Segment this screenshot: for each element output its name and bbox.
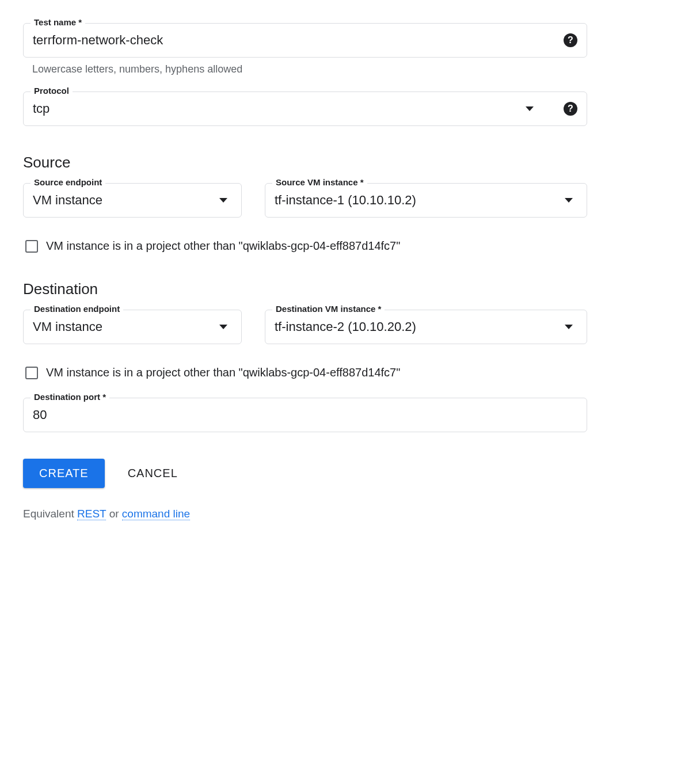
test-name-label: Test name * — [31, 17, 85, 27]
destination-port-field[interactable]: Destination port * — [23, 398, 587, 432]
destination-other-project-label: VM instance is in a project other than "… — [46, 366, 400, 379]
destination-vm-wrap: Destination VM instance * tf-instance-2 … — [265, 310, 587, 344]
protocol-label: Protocol — [31, 86, 73, 96]
help-icon[interactable]: ? — [564, 33, 577, 47]
source-endpoint-wrap: Source endpoint VM instance — [23, 183, 242, 218]
source-vm-wrap: Source VM instance * tf-instance-1 (10.1… — [265, 183, 587, 218]
protocol-field-wrap: Protocol tcp ? — [23, 92, 587, 126]
source-row: Source endpoint VM instance Source VM in… — [23, 183, 587, 218]
destination-endpoint-value: VM instance — [33, 319, 219, 334]
destination-endpoint-select[interactable]: Destination endpoint VM instance — [23, 310, 242, 344]
destination-port-wrap: Destination port * — [23, 398, 587, 432]
source-endpoint-value: VM instance — [33, 193, 219, 208]
source-vm-select[interactable]: Source VM instance * tf-instance-1 (10.1… — [265, 183, 587, 218]
source-vm-label: Source VM instance * — [272, 177, 367, 187]
destination-endpoint-wrap: Destination endpoint VM instance — [23, 310, 242, 344]
equivalent-prefix: Equivalent — [23, 508, 77, 520]
source-endpoint-select[interactable]: Source endpoint VM instance — [23, 183, 242, 218]
test-name-input[interactable] — [33, 33, 554, 48]
source-vm-value: tf-instance-1 (10.10.10.2) — [275, 193, 565, 208]
source-heading: Source — [23, 154, 587, 172]
destination-other-project-checkbox[interactable] — [25, 367, 38, 379]
rest-link[interactable]: REST — [77, 508, 106, 520]
actions-row: CREATE CANCEL — [23, 459, 587, 488]
source-other-project-label: VM instance is in a project other than "… — [46, 239, 400, 253]
chevron-down-icon — [219, 325, 227, 329]
destination-port-label: Destination port * — [31, 392, 109, 402]
connectivity-test-form: Test name * ? Lowercase letters, numbers… — [23, 23, 587, 520]
cancel-button[interactable]: CANCEL — [128, 467, 178, 480]
test-name-field[interactable]: Test name * ? — [23, 23, 587, 58]
chevron-down-icon — [565, 198, 573, 203]
destination-vm-select[interactable]: Destination VM instance * tf-instance-2 … — [265, 310, 587, 344]
destination-heading: Destination — [23, 280, 587, 298]
protocol-value: tcp — [33, 101, 526, 116]
destination-port-input[interactable] — [33, 407, 577, 422]
destination-vm-label: Destination VM instance * — [272, 304, 385, 314]
protocol-select[interactable]: Protocol tcp ? — [23, 92, 587, 126]
chevron-down-icon — [219, 198, 227, 203]
chevron-down-icon — [526, 106, 534, 111]
source-endpoint-label: Source endpoint — [31, 177, 105, 187]
source-other-project-checkbox[interactable] — [25, 240, 38, 253]
destination-other-project-row: VM instance is in a project other than "… — [25, 366, 587, 379]
chevron-down-icon — [565, 325, 573, 329]
test-name-field-wrap: Test name * ? — [23, 23, 587, 58]
equivalent-row: Equivalent REST or command line — [23, 508, 587, 520]
source-other-project-row: VM instance is in a project other than "… — [25, 239, 587, 253]
destination-row: Destination endpoint VM instance Destina… — [23, 310, 587, 344]
destination-endpoint-label: Destination endpoint — [31, 304, 123, 314]
destination-vm-value: tf-instance-2 (10.10.20.2) — [275, 319, 565, 334]
equivalent-or: or — [106, 508, 121, 520]
create-button[interactable]: CREATE — [23, 459, 105, 488]
test-name-hint: Lowercase letters, numbers, hyphens allo… — [32, 63, 587, 75]
command-line-link[interactable]: command line — [122, 508, 190, 520]
help-icon[interactable]: ? — [564, 102, 577, 116]
